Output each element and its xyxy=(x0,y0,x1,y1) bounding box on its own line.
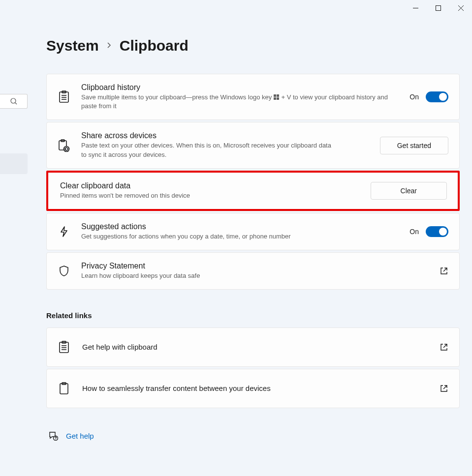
svg-rect-1 xyxy=(436,5,441,10)
get-started-button[interactable]: Get started xyxy=(380,137,448,154)
lightning-icon xyxy=(58,226,70,238)
page-title: Clipboard xyxy=(120,37,189,54)
link-title: Get help with clipboard xyxy=(82,343,428,351)
card-clear-clipboard: Clear clipboard data Pinned items won't … xyxy=(48,173,458,209)
card-suggested-actions[interactable]: Suggested actions Get suggestions for ac… xyxy=(46,213,460,250)
sidebar-search-button[interactable] xyxy=(0,94,28,109)
windows-logo-icon xyxy=(274,94,280,100)
suggested-actions-toggle[interactable] xyxy=(426,226,448,237)
clipboard-history-toggle[interactable] xyxy=(426,91,448,102)
close-button[interactable] xyxy=(449,0,472,16)
toggle-label: On xyxy=(409,93,419,101)
card-description: Learn how clipboard keeps your data safe xyxy=(81,271,429,280)
clipboard-list-icon xyxy=(58,341,70,354)
link-seamless-transfer[interactable]: How to seamlessly transfer content betwe… xyxy=(46,369,460,408)
card-description: Get suggestions for actions when you cop… xyxy=(81,232,399,241)
external-link-icon xyxy=(440,384,448,393)
clear-button[interactable]: Clear xyxy=(371,182,447,200)
shield-icon xyxy=(58,265,70,277)
window-controls xyxy=(404,0,472,16)
card-share-devices[interactable]: Share across devices Paste text on your … xyxy=(46,122,460,168)
maximize-button[interactable] xyxy=(427,0,449,16)
link-get-help-clipboard[interactable]: Get help with clipboard xyxy=(46,327,460,367)
svg-line-5 xyxy=(15,103,17,104)
breadcrumb-root[interactable]: System xyxy=(46,37,99,54)
external-link-icon xyxy=(440,267,448,275)
card-clipboard-history[interactable]: Clipboard history Save multiple items to… xyxy=(46,74,460,120)
card-privacy-statement[interactable]: Privacy Statement Learn how clipboard ke… xyxy=(46,252,460,290)
clipboard-icon xyxy=(58,382,70,395)
get-help-row[interactable]: Get help xyxy=(46,431,460,441)
chevron-right-icon xyxy=(107,41,112,51)
card-description: Save multiple items to your clipboard—pr… xyxy=(81,93,399,111)
svg-rect-19 xyxy=(60,384,68,394)
get-help-link[interactable]: Get help xyxy=(66,432,94,440)
card-title: Suggested actions xyxy=(81,222,399,231)
svg-point-4 xyxy=(11,98,16,103)
toggle-label: On xyxy=(409,228,419,236)
clipboard-list-icon xyxy=(58,90,70,103)
link-title: How to seamlessly transfer content betwe… xyxy=(82,384,428,392)
breadcrumb: System Clipboard xyxy=(46,37,460,54)
card-description: Paste text on your other devices. When t… xyxy=(81,141,332,159)
card-description: Pinned items won't be removed on this de… xyxy=(60,191,360,200)
search-icon xyxy=(10,97,18,105)
card-title: Share across devices xyxy=(81,131,369,140)
related-links-heading: Related links xyxy=(46,311,460,320)
card-title: Privacy Statement xyxy=(81,262,429,270)
card-title: Clipboard history xyxy=(81,83,399,92)
highlighted-clear-card: Clear clipboard data Pinned items won't … xyxy=(46,171,460,211)
clipboard-sync-icon xyxy=(58,139,70,152)
minimize-button[interactable] xyxy=(404,0,427,16)
help-icon xyxy=(48,431,58,441)
card-title: Clear clipboard data xyxy=(60,181,360,190)
external-link-icon xyxy=(440,343,448,352)
svg-point-22 xyxy=(56,439,56,440)
sidebar-selected-item[interactable] xyxy=(0,153,28,174)
